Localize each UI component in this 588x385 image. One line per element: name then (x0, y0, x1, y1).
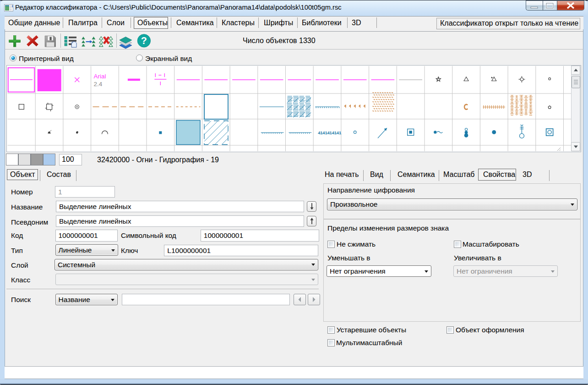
svg-text:4141414141: 4141414141 (318, 130, 342, 135)
svg-text:Arial: Arial (94, 73, 106, 80)
svg-text:?: ? (141, 35, 147, 46)
svg-text:2.4: 2.4 (94, 81, 103, 88)
